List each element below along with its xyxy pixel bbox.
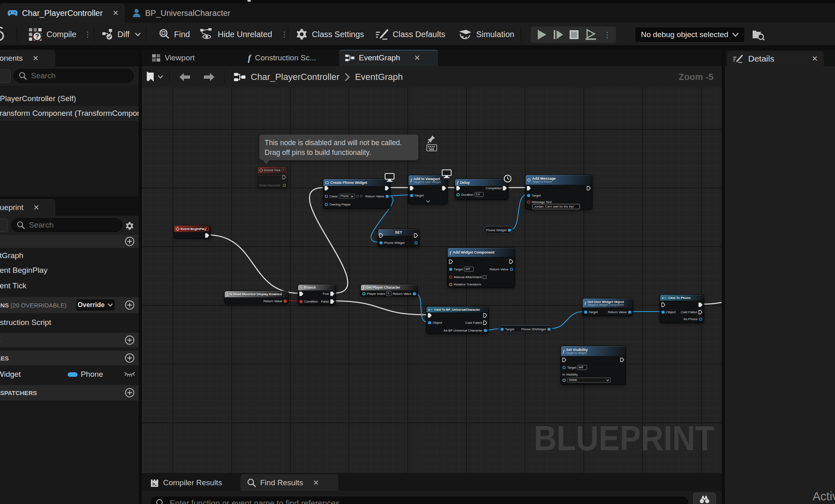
component-row[interactable]: Char_PlayerController (Self) (0, 91, 139, 106)
data-pin-icon[interactable] (508, 228, 511, 232)
data-pin-icon[interactable] (456, 193, 460, 197)
value-box[interactable]: self (464, 267, 474, 272)
data-pin-icon[interactable] (379, 241, 383, 245)
data-pin-icon[interactable] (325, 203, 328, 206)
data-pin-icon[interactable] (510, 267, 513, 271)
breadcrumb-root[interactable]: Char_PlayerController (251, 72, 340, 82)
add-component-button-fragment[interactable] (0, 69, 11, 83)
node-header[interactable]: fIs Head Mounted Display Enabled (225, 291, 288, 297)
exec-pin-icon[interactable] (661, 303, 665, 307)
exec-pin-icon[interactable] (503, 186, 507, 190)
add-icon[interactable] (125, 237, 135, 246)
dock-splitter-left[interactable] (139, 50, 142, 504)
data-pin-icon[interactable] (500, 327, 504, 331)
exec-pin-icon[interactable] (527, 186, 531, 190)
node-add-to-viewport[interactable]: fAdd to ViewportTarget is User WidgetTar… (408, 175, 448, 204)
hide-unrelated-options-icon[interactable]: ⋮ (281, 31, 287, 38)
data-pin-icon[interactable] (661, 310, 665, 314)
close-icon[interactable]: ✕ (33, 203, 40, 212)
debug-object-select[interactable]: No debug object selected (635, 27, 745, 42)
data-pin-icon[interactable] (699, 317, 702, 321)
data-pin-icon[interactable] (410, 194, 413, 197)
data-pin-icon[interactable] (527, 194, 530, 197)
close-icon[interactable]: ✕ (812, 54, 818, 63)
data-pin-icon[interactable] (449, 267, 453, 271)
exec-pin-icon[interactable] (562, 358, 566, 362)
node-delay[interactable]: fDelayCompletedDuration2.0 (455, 179, 508, 200)
exec-pin-icon[interactable] (414, 233, 418, 238)
blueprint-item-construction-script[interactable]: Construction Script (0, 316, 139, 329)
close-icon[interactable]: ✕ (313, 478, 319, 487)
add-icon[interactable] (125, 388, 135, 398)
data-pin-icon[interactable] (527, 200, 530, 204)
bookmark-button[interactable] (147, 72, 163, 82)
exec-pin-icon[interactable] (620, 358, 624, 362)
doc-tab-eventgraph[interactable]: EventGraph✕ (339, 50, 438, 66)
data-pin-icon[interactable] (584, 310, 588, 314)
exec-pin-icon[interactable] (449, 259, 453, 264)
frame-advance-icon[interactable] (553, 29, 563, 40)
exec-pin-icon[interactable] (456, 186, 460, 190)
settings-gear-icon[interactable] (125, 221, 135, 231)
data-pin-icon[interactable] (449, 283, 453, 286)
close-icon[interactable]: ✕ (414, 53, 420, 62)
section-header-variables[interactable]: VARIABLES (0, 351, 139, 365)
value-box[interactable]: 0 (386, 291, 391, 296)
component-row[interactable]: Transform Component (TransformComponent) (0, 106, 139, 121)
data-pin-icon[interactable] (414, 241, 418, 245)
close-icon[interactable]: ✕ (113, 9, 119, 18)
data-pin-icon[interactable] (562, 366, 566, 369)
exec-pin-icon[interactable] (698, 303, 702, 307)
exec-pin-icon[interactable] (299, 292, 303, 296)
exec-pin-icon[interactable] (410, 186, 414, 190)
data-pin-icon[interactable] (449, 275, 453, 279)
compile-options-icon[interactable]: ⋮ (84, 31, 91, 38)
checkbox[interactable] (483, 275, 486, 279)
data-pin-icon[interactable] (428, 321, 431, 325)
node-set-visibility[interactable]: fSet VisibilityTarget is WidgetTargetsel… (561, 346, 626, 385)
data-pin-icon[interactable] (283, 183, 286, 187)
node-header[interactable]: ▸➜Cast To Phone (660, 295, 704, 301)
class-defaults-button[interactable]: Class Defaults (375, 23, 445, 46)
section-header-macros[interactable]: MACROS (0, 333, 139, 347)
blueprint-item-eventgraph[interactable]: EventGraph (0, 250, 139, 262)
add-icon[interactable] (125, 353, 135, 363)
find-in-blueprints-button[interactable] (693, 493, 716, 504)
value-box[interactable]: self (577, 365, 587, 370)
exec-pin-icon[interactable] (379, 233, 383, 238)
exec-pin-icon[interactable] (442, 186, 446, 190)
doc-tab-viewport[interactable]: Viewport (146, 50, 199, 66)
play-options-icon[interactable]: ⋮ (603, 31, 611, 39)
data-pin-icon[interactable] (299, 300, 303, 303)
add-icon[interactable] (125, 335, 135, 345)
compile-button[interactable]: ? Compile ⋮ (28, 23, 91, 46)
asset-tab-char-playercontroller[interactable]: Char_PlayerController ✕ (0, 3, 125, 23)
use-selected-icon[interactable] (356, 195, 359, 197)
node-header[interactable]: fSet VisibilityTarget is Widget (561, 346, 625, 356)
hide-unrelated-button[interactable]: Hide Unrelated ⋮ (199, 23, 287, 46)
exec-pin-icon[interactable] (325, 186, 329, 190)
node-cast-to-bp-universalcharacter[interactable]: ▸➜Cast To BP_UniversalCharacterObjectCas… (426, 306, 489, 334)
exec-pin-icon[interactable] (205, 233, 209, 238)
exec-pin-icon[interactable] (428, 313, 432, 318)
exec-pin-icon[interactable] (330, 299, 334, 304)
blueprint-item-event-tick[interactable]: Event Tick (0, 280, 139, 292)
node-header[interactable]: fAdd Widget Component (448, 248, 515, 257)
stop-icon[interactable] (569, 30, 579, 40)
exec-pin-icon[interactable] (698, 310, 702, 314)
node-create-phone-widget[interactable]: Create Phone WidgetClassPhoneReturn Valu… (323, 179, 391, 209)
exec-pin-icon[interactable] (483, 313, 487, 318)
node-header[interactable]: Add MessageTarget is Phone (526, 175, 592, 185)
node-header[interactable]: ⑂Branch (298, 285, 336, 290)
myblueprint-search-input[interactable]: Search (11, 218, 122, 232)
node-is-hmd-enabled[interactable]: fIs Head Mounted Display EnabledReturn V… (224, 291, 289, 304)
tab-compiler-results[interactable]: Compiler Results (147, 474, 225, 491)
tab-details[interactable]: Details ✕ (727, 51, 824, 66)
section-header-functions[interactable]: FUNCTIONS (20 OVERRIDABLE)Override (0, 297, 139, 313)
nav-forward-icon[interactable] (203, 73, 215, 82)
doc-tab-construction-sc-[interactable]: fConstruction Sc... (242, 50, 324, 66)
node-header[interactable]: fGet User Widget ObjectTarget is Widget … (583, 298, 633, 307)
node-phone-3dwidget-pill[interactable]: TargetPhone 3DWidget (499, 325, 552, 332)
section-header-event-dispatchers[interactable]: EVENT DISPATCHERS (0, 385, 139, 400)
exec-pin-icon[interactable] (509, 259, 513, 264)
